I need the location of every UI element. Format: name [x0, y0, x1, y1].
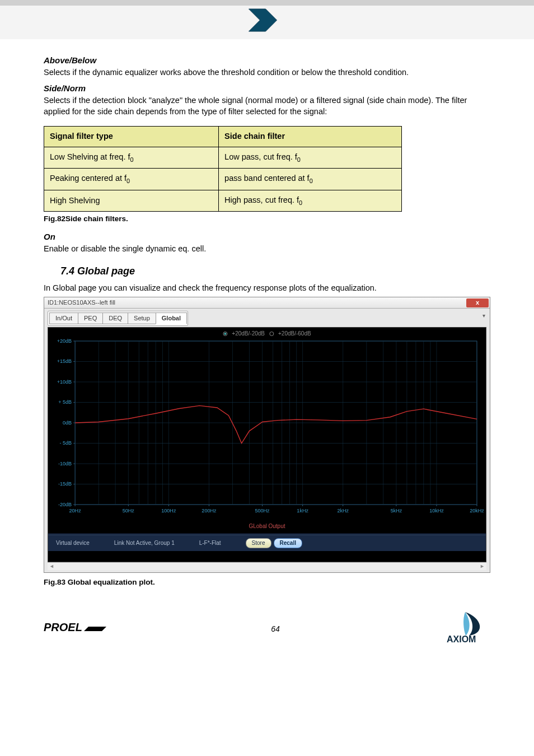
svg-text:10kHz: 10kHz	[429, 508, 444, 514]
svg-text:-10dB: -10dB	[58, 461, 72, 466]
close-button[interactable]: x	[466, 298, 489, 307]
svg-text:5kHz: 5kHz	[391, 508, 402, 514]
eq-plot: +20dB+15dB+10dB+ 5dB0dB- 5dB-10dB-15dB-2…	[48, 328, 486, 518]
svg-text:+20dB: +20dB	[57, 338, 72, 344]
zoom-label-20: +20dB/-20dB	[232, 330, 265, 338]
table-row: High Shelving High pass, cut freq. f0	[44, 190, 402, 212]
logo-proel: PROEL	[44, 619, 111, 639]
heading-above-below: Above/Below	[44, 55, 490, 66]
svg-text:+ 5dB: + 5dB	[58, 400, 72, 405]
svg-marker-78	[84, 627, 106, 631]
text-side-norm: Selects if the detection block "analyze"…	[44, 95, 490, 117]
svg-text:200Hz: 200Hz	[202, 508, 217, 514]
tab-setup[interactable]: Setup	[128, 312, 156, 324]
svg-text:20Hz: 20Hz	[69, 508, 82, 514]
pin-icon[interactable]: ▾	[483, 312, 485, 320]
tab-deq[interactable]: DEQ	[102, 312, 128, 324]
zoom-radio-20[interactable]	[223, 332, 227, 336]
store-button[interactable]: Store	[246, 538, 271, 548]
table-row: Peaking centered at f0 pass band centere…	[44, 169, 402, 190]
caption-fig82: Fig.82Side chain filters.	[44, 214, 490, 224]
heading-side-norm: Side/Norm	[44, 83, 490, 94]
table-row: Low Shelving at freq. f0 Low pass, cut f…	[44, 147, 402, 169]
status-preset: L-F*-Flat	[199, 539, 221, 547]
svg-text:PROEL: PROEL	[44, 621, 82, 633]
tab-global[interactable]: Global	[156, 312, 187, 324]
svg-text:-15dB: -15dB	[58, 482, 72, 487]
chart-xlabel: GLobal Output	[48, 522, 486, 530]
close-icon: x	[476, 298, 479, 307]
status-device: Virtual device	[56, 539, 90, 547]
svg-text:2kHz: 2kHz	[337, 508, 349, 514]
app-screenshot: ID1:NEOS10AXS--left fill x In/Out PEQ DE…	[44, 297, 490, 573]
heading-on: On	[44, 231, 490, 242]
svg-text:20kHz: 20kHz	[470, 508, 484, 514]
svg-marker-0	[249, 9, 277, 31]
tab-peq[interactable]: PEQ	[78, 312, 103, 324]
svg-text:-20dB: -20dB	[58, 502, 72, 507]
svg-text:- 5dB: - 5dB	[60, 441, 72, 446]
logo-axiom: AXIOM	[440, 611, 490, 647]
tab-inout[interactable]: In/Out	[49, 312, 78, 324]
svg-text:100Hz: 100Hz	[161, 508, 176, 514]
filter-table: Signal filter type Side chain filter Low…	[44, 126, 402, 212]
text-above-below: Selects if the dynamic equalizer works a…	[44, 67, 490, 78]
svg-text:500Hz: 500Hz	[255, 508, 270, 514]
svg-text:0dB: 0dB	[63, 420, 72, 426]
svg-text:AXIOM: AXIOM	[447, 634, 476, 644]
tab-bar: In/Out PEQ DEQ Setup Global	[48, 311, 188, 326]
horizontal-scrollbar[interactable]	[48, 562, 486, 570]
zoom-label-60: +20dB/-60dB	[278, 330, 311, 338]
svg-text:1kHz: 1kHz	[297, 508, 308, 514]
th-signal: Signal filter type	[44, 127, 219, 147]
zoom-radio-60[interactable]	[269, 332, 274, 336]
page-number: 64	[111, 624, 440, 633]
heading-global-page: 7.4 Global page	[60, 264, 490, 278]
text-on: Enable or disable the single dynamic eq.…	[44, 244, 490, 255]
status-link: Link Not Active, Group 1	[114, 539, 175, 547]
th-sidechain: Side chain filter	[219, 127, 402, 147]
svg-text:50Hz: 50Hz	[123, 508, 135, 514]
recall-button[interactable]: Recall	[274, 538, 302, 548]
caption-fig83: Fig.83 Global equalization plot.	[44, 577, 490, 587]
svg-text:+10dB: +10dB	[57, 379, 72, 385]
window-title: ID1:NEOS10AXS--left fill	[48, 298, 115, 307]
header-decoration	[246, 6, 285, 40]
text-global-page: In Global page you can visualize and che…	[44, 283, 490, 294]
svg-text:+15dB: +15dB	[57, 359, 72, 365]
